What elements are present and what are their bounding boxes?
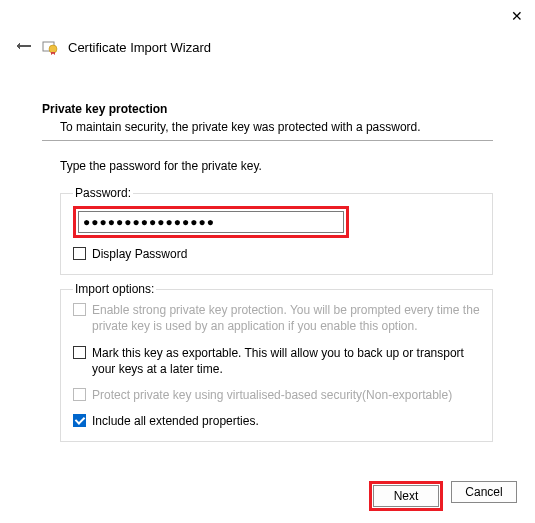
svg-point-1 xyxy=(49,45,57,53)
exportable-label: Mark this key as exportable. This will a… xyxy=(92,345,480,377)
cancel-button[interactable]: Cancel xyxy=(451,481,517,503)
divider xyxy=(42,140,493,141)
certificate-icon xyxy=(42,39,58,55)
wizard-title: Certificate Import Wizard xyxy=(68,40,211,55)
instruction-text: Type the password for the private key. xyxy=(60,159,493,173)
exportable-checkbox[interactable] xyxy=(73,346,86,359)
section-description: To maintain security, the private key wa… xyxy=(60,120,493,134)
next-highlight: Next xyxy=(369,481,443,511)
strong-protection-label: Enable strong private key protection. Yo… xyxy=(92,302,480,334)
password-input[interactable] xyxy=(78,211,344,233)
password-fieldset: Password: Display Password xyxy=(60,193,493,275)
strong-protection-checkbox xyxy=(73,303,86,316)
extended-properties-label: Include all extended properties. xyxy=(92,413,259,429)
import-options-legend: Import options: xyxy=(73,282,156,296)
wizard-header: 🠔 Certificate Import Wizard xyxy=(16,38,211,56)
footer-buttons: Next Cancel xyxy=(369,481,517,511)
password-highlight xyxy=(73,206,349,238)
next-button[interactable]: Next xyxy=(373,485,439,507)
virtualised-checkbox xyxy=(73,388,86,401)
display-password-label: Display Password xyxy=(92,246,187,262)
display-password-checkbox[interactable] xyxy=(73,247,86,260)
back-arrow-icon[interactable]: 🠔 xyxy=(16,38,32,56)
password-legend: Password: xyxy=(73,186,133,200)
section-header: Private key protection xyxy=(42,102,493,116)
virtualised-label: Protect private key using virtualised-ba… xyxy=(92,387,452,403)
import-options-fieldset: Import options: Enable strong private ke… xyxy=(60,289,493,442)
close-icon[interactable]: ✕ xyxy=(511,8,523,24)
extended-properties-checkbox[interactable] xyxy=(73,414,86,427)
